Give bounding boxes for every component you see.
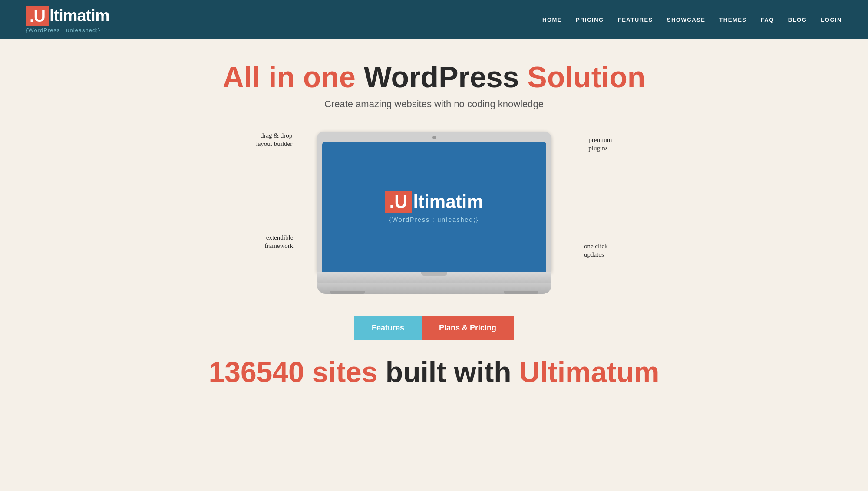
nav-features[interactable]: FEATURES (618, 16, 653, 23)
stats-sites: sites (304, 356, 386, 388)
headline-part1: All in one (223, 60, 364, 93)
cta-buttons: Features Plans & Pricing (354, 316, 514, 340)
logo[interactable]: .U ltimatim {WordPress : unleashed;} (26, 6, 109, 33)
laptop: .U ltimatim {WordPress : unleashed;} (317, 132, 551, 294)
headline-part2: WordPress (364, 60, 528, 93)
annotation-extendible: extendibleframework (265, 234, 294, 250)
nav-showcase[interactable]: SHOWCASE (667, 16, 706, 23)
headline-part3: Solution (527, 60, 645, 93)
hero-subheadline: Create amazing websites with no coding k… (324, 99, 544, 110)
nav-faq[interactable]: FAQ (761, 16, 774, 23)
stats-number: 136540 (209, 356, 304, 388)
laptop-screen: .U ltimatim {WordPress : unleashed;} (322, 142, 546, 272)
nav-themes[interactable]: THEMES (719, 16, 746, 23)
stats-section: 136540 sites built with Ultimatum (209, 358, 660, 386)
laptop-base (317, 272, 551, 283)
laptop-illustration: .U ltimatim {WordPress : unleashed;} (248, 123, 621, 303)
features-button[interactable]: Features (354, 316, 422, 340)
nav-home[interactable]: HOME (542, 16, 562, 23)
main-content: All in one WordPress Solution Create ama… (0, 39, 868, 404)
inner-logo-text: ltimatim (413, 191, 483, 212)
nav-login[interactable]: LOGIN (821, 16, 842, 23)
laptop-bottom (317, 283, 551, 294)
annotation-premium-plugins: premiumplugins (588, 136, 612, 153)
site-header: .U ltimatim {WordPress : unleashed;} HOM… (0, 0, 868, 39)
logo-text: ltimatim (50, 7, 109, 25)
nav-pricing[interactable]: PRICING (576, 16, 604, 23)
inner-logo-tagline: {WordPress : unleashed;} (389, 216, 479, 223)
logo-dot-u: .U (26, 6, 49, 26)
main-nav: HOME PRICING FEATURES SHOWCASE THEMES FA… (542, 16, 842, 23)
stats-brand: Ultimatum (519, 356, 660, 388)
hero-headline: All in one WordPress Solution (223, 61, 646, 93)
stats-built-with: built with (386, 356, 519, 388)
laptop-section: drag & droplayout builder premiumplugins… (248, 123, 621, 303)
annotation-one-click: one clickupdates (584, 242, 608, 259)
nav-blog[interactable]: BLOG (788, 16, 807, 23)
inner-logo-dot-u: .U (385, 191, 412, 213)
plans-pricing-button[interactable]: Plans & Pricing (422, 316, 514, 340)
logo-tagline: {WordPress : unleashed;} (26, 27, 100, 33)
annotation-drag-drop: drag & droplayout builder (256, 132, 293, 148)
